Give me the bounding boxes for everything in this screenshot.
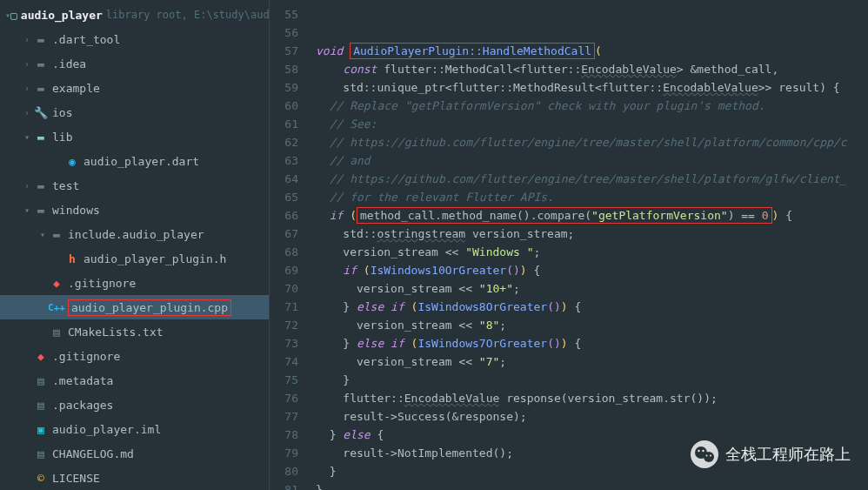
tree-item[interactable]: ◉audio_player.dart xyxy=(0,149,269,173)
code-editor[interactable]: 55 56 57 58 59 60 61 62 63 64 65 66 67 6… xyxy=(270,0,868,490)
folder-icon: ▬ xyxy=(33,179,49,192)
tree-item-label: CHANGELOG.md xyxy=(52,447,134,460)
tree-item-label: windows xyxy=(52,204,100,217)
tree-item-label: .idea xyxy=(52,57,86,70)
tree-item[interactable]: ›▬example xyxy=(0,76,269,100)
wrench-icon: 🔧 xyxy=(33,106,49,119)
git-icon: ◆ xyxy=(33,350,49,363)
tree-item-label: lib xyxy=(52,131,72,144)
chevron-icon xyxy=(21,449,33,459)
tree-item-label: audio_player_plugin.h xyxy=(83,252,226,265)
tree-item-label: LICENSE xyxy=(52,472,100,485)
folder-icon: ▬ xyxy=(33,33,49,46)
tree-item[interactable]: ▾▬windows xyxy=(0,198,269,222)
chevron-icon: › xyxy=(21,84,33,93)
tree-item[interactable]: ›▬.idea xyxy=(0,51,269,76)
file-icon: ▤ xyxy=(33,447,49,460)
tree-item-label: .gitignore xyxy=(68,277,136,290)
iml-icon: ▣ xyxy=(33,423,49,436)
svg-point-4 xyxy=(702,450,704,452)
tree-item-label: audio_player.dart xyxy=(83,155,199,168)
tree-item-label: CMakeLists.txt xyxy=(68,326,164,339)
root-path-hint: library root, E:\study\audio_play xyxy=(106,9,270,21)
tree-item[interactable]: ▤CMakeLists.txt xyxy=(0,319,269,344)
chevron-icon: ▾ xyxy=(21,205,33,215)
tree-item[interactable]: ▣audio_player.iml xyxy=(0,417,269,441)
file-icon: ▤ xyxy=(49,326,64,339)
watermark-text: 全栈工程师在路上 xyxy=(725,444,851,465)
svg-point-5 xyxy=(706,455,708,457)
watermark: 全栈工程师在路上 xyxy=(691,440,851,468)
tree-item[interactable]: ▾▬lib xyxy=(0,124,269,149)
tree-item-label: include.audio_player xyxy=(68,228,204,241)
license-icon: © xyxy=(33,472,49,485)
tree-item[interactable]: haudio_player_plugin.h xyxy=(0,246,269,271)
tree-root[interactable]: ▾ ▢ audio_player library root, E:\study\… xyxy=(0,3,269,27)
chevron-icon xyxy=(21,400,33,410)
code-content[interactable]: void AudioPlayerPlugin::HandleMethodCall… xyxy=(309,0,868,490)
chevron-icon: ▾ xyxy=(21,132,33,142)
chevron-icon xyxy=(21,473,33,483)
tree-item[interactable]: ▤.packages xyxy=(0,393,269,417)
tree-item-label: audio_player_plugin.cpp xyxy=(68,299,231,316)
chevron-icon xyxy=(37,279,49,288)
file-icon: ▤ xyxy=(33,399,49,412)
tree-item[interactable]: ▾▬include.audio_player xyxy=(0,222,269,246)
file-icon: ▤ xyxy=(33,374,49,387)
svg-point-2 xyxy=(704,452,714,462)
wechat-icon xyxy=(691,440,718,468)
svg-point-6 xyxy=(710,455,711,457)
tree-item-label: test xyxy=(52,179,79,192)
root-label: audio_player xyxy=(21,9,103,22)
tree-item-label: .dart_tool xyxy=(52,33,120,46)
chevron-icon xyxy=(37,303,49,312)
dart-icon: ◉ xyxy=(64,155,80,168)
line-gutter: 55 56 57 58 59 60 61 62 63 64 65 66 67 6… xyxy=(270,0,309,490)
svg-point-3 xyxy=(698,450,699,452)
tree-item[interactable]: ›🔧ios xyxy=(0,100,269,124)
chevron-icon: ▾ xyxy=(37,230,49,239)
folder-icon: ▬ xyxy=(33,82,49,95)
chevron-icon: › xyxy=(21,181,33,191)
chevron-icon: › xyxy=(21,35,33,44)
tree-item[interactable]: ◆.gitignore xyxy=(0,344,269,368)
folder-root-icon: ▢ xyxy=(10,9,17,22)
chevron-icon xyxy=(52,254,64,264)
chevron-icon xyxy=(52,157,64,166)
cpp-file-icon: C++ xyxy=(49,302,64,313)
folder-icon: ▬ xyxy=(49,228,64,241)
tree-item-label: .metadata xyxy=(52,374,113,387)
project-tree[interactable]: ▾ ▢ audio_player library root, E:\study\… xyxy=(0,0,270,490)
tree-item[interactable]: C++audio_player_plugin.cpp xyxy=(0,295,269,319)
tree-item[interactable]: ©LICENSE xyxy=(0,466,269,490)
tree-item[interactable]: ›▬test xyxy=(0,173,269,198)
chevron-icon xyxy=(21,376,33,386)
h-file-icon: h xyxy=(64,252,80,265)
folder-icon: ▬ xyxy=(33,204,49,217)
chevron-icon xyxy=(37,327,49,337)
tree-item-label: audio_player.iml xyxy=(52,423,161,436)
tree-item[interactable]: ▤.metadata xyxy=(0,368,269,393)
tree-item-label: .packages xyxy=(52,399,113,412)
tree-item[interactable]: ▤CHANGELOG.md xyxy=(0,441,269,466)
chevron-icon xyxy=(21,352,33,361)
chevron-icon: › xyxy=(21,59,33,69)
tree-item-label: .gitignore xyxy=(52,350,120,363)
git-icon: ◆ xyxy=(49,277,64,290)
chevron-icon: › xyxy=(21,108,33,117)
tree-item-label: example xyxy=(52,82,100,95)
lib-folder-icon: ▬ xyxy=(33,131,49,144)
tree-item[interactable]: ›▬.dart_tool xyxy=(0,27,269,51)
folder-icon: ▬ xyxy=(33,57,49,70)
chevron-icon xyxy=(21,425,33,434)
tree-item-label: ios xyxy=(52,106,72,119)
tree-item[interactable]: ◆.gitignore xyxy=(0,271,269,295)
